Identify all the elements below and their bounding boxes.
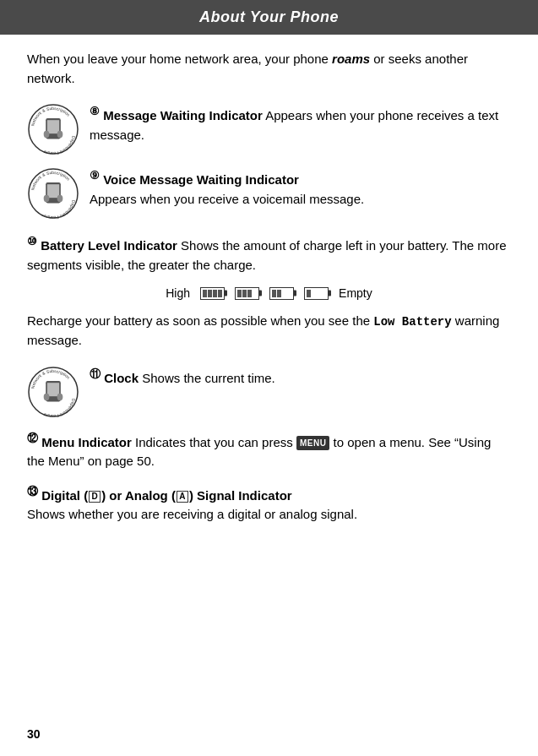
clock-desc: Shows the current time. (142, 371, 275, 385)
cell-4-1 (307, 290, 311, 297)
recharge-text1: Recharge your battery as soon as possibl… (27, 313, 373, 328)
cell-1-4 (218, 290, 222, 297)
empty-label: Empty (339, 286, 372, 300)
svg-point-19 (44, 393, 50, 400)
cell-2-3 (247, 290, 252, 297)
cell-3-3 (282, 290, 286, 297)
battery-bar-row: High (27, 286, 511, 300)
analog-symbol: A (177, 491, 188, 503)
page-title: About Your Phone (0, 8, 538, 26)
cell-1-2 (208, 290, 212, 297)
battery-section: ⑩ Battery Level Indicator Shows the amou… (27, 233, 511, 300)
signal-indicator-desc: Shows whether you are receiving a digita… (27, 507, 357, 521)
svg-point-5 (44, 131, 50, 138)
menu-indicator-desc1: Indicates that you can press (135, 435, 296, 449)
high-label: High (166, 286, 190, 300)
intro-roams: roams (332, 52, 370, 66)
battery-2cells (269, 287, 294, 300)
recharge-paragraph: Recharge your battery as soon as possibl… (27, 312, 511, 351)
battery-3cells (235, 287, 259, 300)
svg-point-12 (44, 195, 50, 202)
battery-1cell (304, 287, 329, 300)
clock-title: Clock (104, 371, 139, 385)
menu-indicator-title: Menu Indicator (41, 435, 132, 449)
menu-badge: MENU (296, 436, 329, 450)
network-subscription-icon-1: Network & Subscription Dependent Feature (27, 103, 79, 155)
svg-point-6 (57, 131, 63, 138)
svg-point-13 (57, 195, 63, 202)
cell-3-2 (277, 290, 281, 297)
intro-text1: When you leave your home network area, y… (27, 52, 332, 66)
clock-row: Network & Subscription Dependent Feature… (27, 366, 511, 418)
voice-message-waiting-desc: Appears when you receive a voicemail mes… (90, 192, 364, 206)
cell-4-2 (312, 290, 316, 297)
indicator-number-4: ⑧ (90, 103, 100, 120)
network-subscription-icon-2: Network & Subscription Dependent Feature (27, 167, 79, 220)
cell-3-1 (272, 290, 276, 297)
battery-title-label: Battery Level Indicator (41, 238, 177, 253)
voice-message-waiting-text: ⑨ Voice Message Waiting Indicator Appear… (90, 167, 511, 209)
indicator-number-8: ⑫ (27, 430, 38, 447)
page-content: When you leave your home network area, y… (0, 50, 538, 557)
battery-title-text: ⑩ Battery Level Indicator Shows the amou… (27, 233, 511, 275)
svg-rect-11 (47, 184, 59, 198)
message-waiting-text: ⑧ Message Waiting Indicator Appears when… (90, 103, 511, 144)
digital-symbol: D (89, 491, 101, 503)
cell-1-1 (203, 290, 207, 297)
cell-2-4 (253, 290, 257, 297)
page-header: About Your Phone (0, 0, 538, 35)
voice-message-waiting-row: Network & Subscription Dependent Feature… (27, 167, 511, 220)
menu-indicator-section: ⑫ Menu Indicator Indicates that you can … (27, 430, 511, 471)
message-waiting-row: Network & Subscription Dependent Feature (27, 103, 511, 155)
signal-indicator-title: Digital (D) or Analog (A) Signal Indicat… (41, 488, 291, 503)
indicator-number-7: ⑪ (90, 366, 101, 383)
signal-indicator-section: ⑬ Digital (D) or Analog (A) Signal Indic… (27, 483, 511, 525)
svg-point-20 (57, 393, 63, 400)
svg-rect-4 (47, 120, 59, 133)
network-subscription-icon-3: Network & Subscription Dependent Feature (27, 366, 79, 418)
cell-3-4 (287, 290, 291, 297)
indicator-number-6: ⑩ (27, 233, 37, 250)
page-number: 30 (27, 727, 41, 741)
low-battery-code: Low Battery (373, 315, 451, 329)
cell-2-1 (237, 290, 242, 297)
indicator-number-5: ⑨ (90, 167, 100, 184)
voice-message-waiting-title: Voice Message Waiting Indicator (103, 172, 299, 187)
clock-text: ⑪ Clock Shows the current time. (90, 366, 511, 389)
svg-rect-18 (47, 383, 59, 396)
cell-4-4 (322, 290, 326, 297)
message-waiting-title: Message Waiting Indicator (103, 108, 263, 122)
battery-full (200, 287, 225, 300)
cell-4-3 (317, 290, 321, 297)
indicator-number-9: ⑬ (27, 483, 38, 500)
cell-1-3 (213, 290, 217, 297)
cell-2-2 (242, 290, 247, 297)
intro-paragraph: When you leave your home network area, y… (27, 50, 511, 88)
